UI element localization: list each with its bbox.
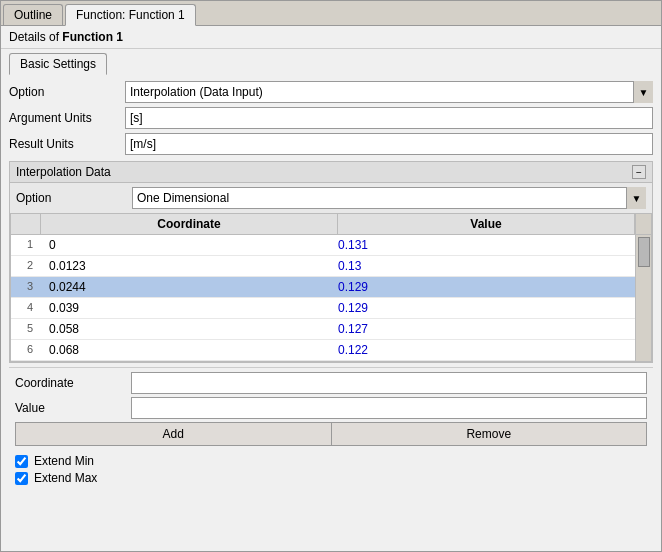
table-header-coordinate: Coordinate [41,214,338,234]
table-cell-value: 0.122 [330,340,619,360]
table-cell-value: 0.13 [330,256,619,276]
table-cell-value: 0.131 [330,235,619,255]
interpolation-data-header: Interpolation Data − [10,162,652,183]
scroll-thumb[interactable] [638,237,650,267]
table-header-scroll [635,214,651,234]
table-cell-coord: 0.0244 [41,277,330,297]
table-cell-value: 0.129 [330,277,619,297]
table-cell-coord: 0.0123 [41,256,330,276]
add-button[interactable]: Add [15,422,331,446]
collapse-button[interactable]: − [632,165,646,179]
extend-max-checkbox[interactable] [15,472,28,485]
table-header: Coordinate Value [11,214,651,235]
table-row[interactable]: 1 0 0.131 [11,235,635,256]
table-cell-value: 0.129 [330,298,619,318]
tab-function1[interactable]: Function: Function 1 [65,4,196,26]
interpolation-data-section: Interpolation Data − Option One Dimensio… [9,161,653,363]
value-input[interactable] [131,397,647,419]
details-bar: Details of Function 1 [1,26,661,49]
table-header-num [11,214,41,234]
table-cell-coord: 0.039 [41,298,330,318]
tab-bar: Outline Function: Function 1 [1,1,661,26]
table-cell-value: 0.127 [330,319,619,339]
checkboxes-area: Extend Min Extend Max [9,454,653,489]
extend-min-checkbox[interactable] [15,455,28,468]
value-input-row: Value [15,397,647,419]
table-row[interactable]: 4 0.039 0.129 [11,298,635,319]
data-table: Coordinate Value 1 0 0.131 2 0.0123 0.13… [10,213,652,362]
argument-units-input[interactable] [125,107,653,129]
argument-units-row: Argument Units [9,107,653,129]
content-area: Option Interpolation (Data Input) ▼ Argu… [1,75,661,551]
table-scrollbar[interactable] [635,235,651,361]
interp-option-select[interactable]: One Dimensional One DimensionalTwo Dimen… [132,187,646,209]
table-row[interactable]: 6 0.068 0.122 [11,340,635,361]
option-select[interactable]: Interpolation (Data Input) [125,81,653,103]
table-row[interactable]: 3 0.0244 0.129 [11,277,635,298]
table-cell-num: 1 [11,235,41,255]
table-row[interactable]: 2 0.0123 0.13 [11,256,635,277]
argument-units-label: Argument Units [9,111,119,125]
table-body-wrapper: 1 0 0.131 2 0.0123 0.13 3 0.0244 0.129 4… [11,235,651,361]
tab-outline[interactable]: Outline [3,4,63,25]
table-header-value: Value [338,214,635,234]
value-input-label: Value [15,401,125,415]
interp-option-label: Option [16,191,126,205]
table-cell-coord: 0 [41,235,330,255]
bottom-inputs: Coordinate Value Add Remove [9,367,653,450]
table-cell-num: 6 [11,340,41,360]
option-label: Option [9,85,119,99]
table-cell-coord: 0.068 [41,340,330,360]
table-cell-num: 3 [11,277,41,297]
option-row: Option Interpolation (Data Input) ▼ [9,81,653,103]
tab-basic-settings[interactable]: Basic Settings [9,53,107,75]
extend-min-label: Extend Min [34,454,94,468]
table-row[interactable]: 5 0.058 0.127 [11,319,635,340]
result-units-row: Result Units [9,133,653,155]
coordinate-input-row: Coordinate [15,372,647,394]
coordinate-input-label: Coordinate [15,376,125,390]
table-rows-area: 1 0 0.131 2 0.0123 0.13 3 0.0244 0.129 4… [11,235,635,361]
extend-max-row: Extend Max [15,471,647,485]
main-window: Outline Function: Function 1 Details of … [0,0,662,552]
remove-button[interactable]: Remove [331,422,648,446]
result-units-input[interactable] [125,133,653,155]
option-dropdown-wrapper: Interpolation (Data Input) ▼ [125,81,653,103]
coordinate-input[interactable] [131,372,647,394]
extend-min-row: Extend Min [15,454,647,468]
extend-max-label: Extend Max [34,471,97,485]
action-buttons: Add Remove [15,422,647,446]
interp-option-dropdown-wrapper: One Dimensional One DimensionalTwo Dimen… [132,187,646,209]
table-cell-num: 2 [11,256,41,276]
result-units-label: Result Units [9,137,119,151]
interp-option-row: Option One Dimensional One DimensionalTw… [10,183,652,213]
table-cell-coord: 0.058 [41,319,330,339]
section-tabs: Basic Settings [1,49,661,75]
interpolation-data-title: Interpolation Data [16,165,111,179]
table-cell-num: 4 [11,298,41,318]
table-cell-num: 5 [11,319,41,339]
